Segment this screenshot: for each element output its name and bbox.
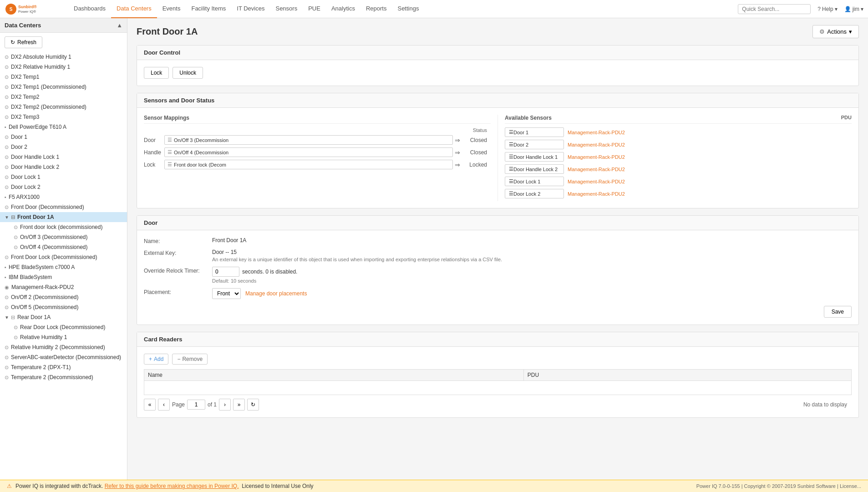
nav-reports[interactable]: Reports — [360, 0, 392, 18]
sidebar-item-temp2-dpx[interactable]: ⊙ Temperature 2 (DPX-T1) — [0, 362, 127, 372]
sensor-list-icon: ☰ — [509, 166, 513, 172]
next-page-button[interactable]: › — [219, 399, 231, 411]
sidebar-item-onoff5[interactable]: ⊙ On/Off 5 (Decommissioned) — [0, 302, 127, 312]
sidebar-item-door1[interactable]: ⊙ Door 1 — [0, 132, 127, 142]
lock-sensor-box[interactable]: ☰ Front door lock (Decom — [164, 160, 453, 169]
sidebar-item-door-lock1[interactable]: ⊙ Door Lock 1 — [0, 172, 127, 182]
sidebar-item-rear-door-lock-decom[interactable]: ⊙ Rear Door Lock (Decommissioned) — [0, 322, 127, 332]
sidebar-item-dx2-temp1-decom[interactable]: ⊙ DX2 Temp1 (Decommissioned) — [0, 82, 127, 92]
sidebar-item-server-abc[interactable]: ⊙ ServerABC-waterDetector (Decommissione… — [0, 352, 127, 362]
sidebar-item-hpe[interactable]: ▪ HPE BladeSystem c7000 A — [0, 262, 127, 272]
unlock-button[interactable]: Unlock — [173, 67, 203, 79]
sidebar-item-dx2-temp2[interactable]: ⊙ DX2 Temp2 — [0, 92, 127, 102]
sidebar-item-front-door-decom[interactable]: ⊙ Front Door (Decommissioned) — [0, 202, 127, 212]
chevron-down-icon: ▾ — [835, 6, 838, 12]
sidebar-item-dx2-temp3[interactable]: ⊙ DX2 Temp3 — [0, 112, 127, 122]
mapping-arrow-icon: ⇒ — [455, 161, 460, 168]
sidebar-item-rel-humidity1[interactable]: ⊙ Relative Humidity 1 — [0, 332, 127, 342]
sensor-icon: ⊙ — [14, 244, 18, 250]
override-input[interactable] — [212, 267, 239, 277]
user-icon: 👤 — [844, 6, 851, 12]
external-key-note: An external key is a unique identifier o… — [212, 257, 502, 262]
sidebar-items: ⊙ DX2 Absolute Humidity 1 ⊙ DX2 Relative… — [0, 52, 127, 382]
footer-link[interactable]: Refer to this guide before making change… — [105, 483, 239, 489]
avail-door-lock2[interactable]: ☰ Door Lock 2 — [505, 189, 564, 198]
sidebar-item-door-lock2[interactable]: ⊙ Door Lock 2 — [0, 182, 127, 192]
device-icon: ▪ — [5, 264, 6, 270]
page-input[interactable] — [187, 400, 205, 410]
sidebar-item-front-door-lock-decom2[interactable]: ⊙ Front Door Lock (Decommissioned) — [0, 252, 127, 262]
pdu-col-header: PDU — [523, 370, 851, 381]
search-input[interactable] — [738, 4, 811, 14]
prev-page-button[interactable]: ‹ — [158, 399, 170, 411]
sidebar-item-door-handle-lock1[interactable]: ⊙ Door Handle Lock 1 — [0, 152, 127, 162]
avail-door-lock1[interactable]: ☰ Door Lock 1 — [505, 177, 564, 186]
handle-sensor-box[interactable]: ☰ On/Off 4 (Decommission — [164, 147, 453, 157]
logo[interactable]: S Sunbird® Power IQ® — [5, 3, 59, 15]
sidebar-item-rear-door-1a[interactable]: ▼ ⊟ Rear Door 1A — [0, 312, 127, 322]
manage-placements-link[interactable]: Manage door placements — [245, 290, 307, 297]
sidebar-item-onoff2[interactable]: ⊙ On/Off 2 (Decommissioned) — [0, 292, 127, 302]
actions-button[interactable]: ⚙ Actions ▾ — [812, 25, 859, 38]
sidebar-item-dx2-rel-humidity[interactable]: ⊙ DX2 Relative Humidity 1 — [0, 62, 127, 72]
of-label: of 1 — [208, 401, 217, 408]
override-suffix: seconds. 0 is disabled. — [242, 269, 297, 275]
nav-it-devices[interactable]: IT Devices — [231, 0, 270, 18]
nav-sensors[interactable]: Sensors — [270, 0, 303, 18]
available-header: Available Sensors PDU — [505, 115, 852, 124]
sensor-mappings: Sensor Mappings Status Door ☰ On/Off 3 (… — [144, 115, 498, 201]
help-button[interactable]: ? Help ▾ — [817, 6, 837, 12]
card-readers-header: Card Readers — [137, 332, 858, 347]
sidebar-item-temp2-decom[interactable]: ⊙ Temperature 2 (Decommissioned) — [0, 372, 127, 382]
nav-pue[interactable]: PUE — [303, 0, 326, 18]
add-card-reader-button[interactable]: + Add — [144, 354, 168, 365]
sidebar-item-front-door-1a[interactable]: ▼ ⊟ Front Door 1A — [0, 212, 127, 222]
refresh-page-button[interactable]: ↻ — [247, 399, 259, 411]
save-button[interactable]: Save — [824, 306, 852, 318]
lock-status: Locked — [462, 162, 487, 168]
pdu-col-header: PDU — [841, 115, 852, 120]
sidebar-item-dx2-abs-humidity[interactable]: ⊙ DX2 Absolute Humidity 1 — [0, 52, 127, 62]
sidebar-item-dx2-temp1[interactable]: ⊙ DX2 Temp1 — [0, 72, 127, 82]
refresh-button[interactable]: ↻ Refresh — [5, 36, 42, 48]
avail-row-door-lock1: ☰ Door Lock 1 Management-Rack-PDU2 — [505, 177, 852, 186]
sidebar-collapse-icon[interactable]: ▲ — [117, 22, 122, 29]
sidebar-item-ibm[interactable]: ▪ IBM BladeSystem — [0, 272, 127, 282]
nav-facility-items[interactable]: Facility Items — [186, 0, 231, 18]
nav-settings[interactable]: Settings — [392, 0, 424, 18]
nav-events[interactable]: Events — [157, 0, 186, 18]
sidebar-item-onoff3[interactable]: ⊙ On/Off 3 (Decommissioned) — [0, 232, 127, 242]
user-button[interactable]: 👤 jim ▾ — [844, 6, 863, 12]
avail-handle-lock2[interactable]: ☰ Door Handle Lock 2 — [505, 164, 564, 174]
sidebar-item-dell[interactable]: ▪ Dell PowerEdge T610 A — [0, 122, 127, 132]
avail-handle-lock1[interactable]: ☰ Door Handle Lock 1 — [505, 152, 564, 162]
avail-door2[interactable]: ☰ Door 2 — [505, 140, 564, 149]
sidebar-item-front-door-lock-decom[interactable]: ⊙ Front door lock (decommissioned) — [0, 222, 127, 232]
lock-button[interactable]: Lock — [144, 67, 169, 79]
placement-row: Placement: Front Rear Left Right Manage … — [144, 288, 852, 299]
avail-door1[interactable]: ☰ Door 1 — [505, 127, 564, 137]
sidebar-item-door-handle-lock2[interactable]: ⊙ Door Handle Lock 2 — [0, 162, 127, 172]
sidebar-item-mgmt-rack[interactable]: ◉ Management-Rack-PDU2 — [0, 282, 127, 292]
last-page-button[interactable]: » — [233, 399, 245, 411]
sidebar-item-dx2-temp2-decom[interactable]: ⊙ DX2 Temp2 (Decommissioned) — [0, 102, 127, 112]
sidebar-item-rel-humidity2-decom[interactable]: ⊙ Relative Humidity 2 (Decommissioned) — [0, 342, 127, 352]
sensor-icon: ⊙ — [5, 204, 9, 210]
top-nav: S Sunbird® Power IQ® Dashboards Data Cen… — [0, 0, 868, 18]
mappings-header: Sensor Mappings — [144, 115, 491, 124]
door-sensor-box[interactable]: ☰ On/Off 3 (Decommission — [164, 135, 453, 145]
sidebar-item-door2[interactable]: ⊙ Door 2 — [0, 142, 127, 152]
first-page-button[interactable]: « — [144, 399, 156, 411]
nav-analytics[interactable]: Analytics — [326, 0, 360, 18]
nav-data-centers[interactable]: Data Centers — [111, 0, 157, 18]
placement-select[interactable]: Front Rear Left Right — [212, 288, 241, 299]
nav-dashboards[interactable]: Dashboards — [68, 0, 111, 18]
remove-card-reader-button[interactable]: − Remove — [172, 354, 208, 365]
override-row: Override Relock Timer: seconds. 0 is dis… — [144, 267, 852, 284]
sidebar-item-onoff4[interactable]: ⊙ On/Off 4 (Decommissioned) — [0, 242, 127, 252]
sensor-icon: ⊙ — [14, 325, 18, 330]
device-icon: ▪ — [5, 194, 6, 200]
sensor-icon: ⊙ — [5, 154, 9, 160]
sensor-icon: ⊙ — [5, 164, 9, 170]
sidebar-item-f5[interactable]: ▪ F5 ARX1000 — [0, 192, 127, 202]
